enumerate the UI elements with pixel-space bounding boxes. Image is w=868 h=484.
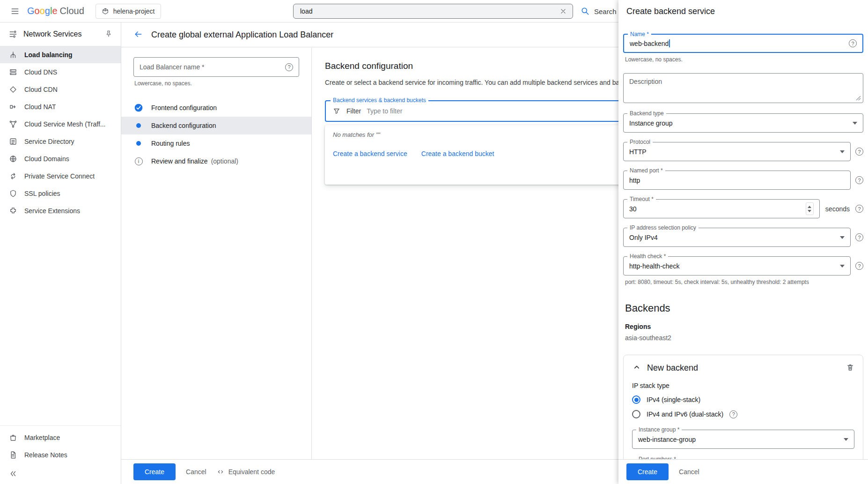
pin-button[interactable] xyxy=(105,30,112,39)
search-bar: Search xyxy=(293,4,617,19)
name-hint: Lowercase, no spaces. xyxy=(134,80,298,87)
name-help-icon[interactable] xyxy=(285,63,293,71)
delete-backend-button[interactable] xyxy=(846,363,854,373)
load-balancer-name-input[interactable] xyxy=(140,63,285,71)
health-check-select[interactable]: Health check * http-health-check xyxy=(623,256,851,276)
service-extensions-icon xyxy=(9,207,17,215)
timeout-help-icon[interactable] xyxy=(855,205,863,213)
panel-cancel-button[interactable]: Cancel xyxy=(679,468,699,476)
ip-policy-help-icon[interactable] xyxy=(855,233,863,241)
trash-icon xyxy=(846,363,854,372)
load-balancer-name-field[interactable] xyxy=(133,57,299,77)
current-step-dot-icon xyxy=(134,121,143,130)
sidebar-item-service-extensions[interactable]: Service Extensions xyxy=(0,202,121,219)
ip-stack-type-label: IP stack type xyxy=(632,382,854,389)
timeout-stepper[interactable] xyxy=(806,202,814,215)
new-backend-card: New backend IP stack type IPv4 (single-s… xyxy=(623,355,863,459)
instance-group-value: web-instance-group xyxy=(638,436,696,443)
resize-handle-icon[interactable] xyxy=(856,96,861,101)
named-port-help-icon[interactable] xyxy=(855,176,863,184)
timeout-value: 30 xyxy=(629,205,637,213)
panel-title: Create backend service xyxy=(618,0,868,22)
sidebar-item-service-directory[interactable]: Service Directory xyxy=(0,133,121,150)
cancel-button[interactable]: Cancel xyxy=(186,468,206,476)
filter-icon xyxy=(332,107,341,115)
create-backend-bucket-link[interactable]: Create a backend bucket xyxy=(421,150,494,157)
step-frontend-configuration[interactable]: Frontend configuration xyxy=(121,99,311,117)
cloud-domains-icon xyxy=(9,155,17,163)
sidebar-item-ssl-policies[interactable]: SSL policies xyxy=(0,185,121,202)
project-name: helena-project xyxy=(113,7,155,15)
health-check-hint: port: 8080, timeout: 5s, check interval:… xyxy=(625,279,863,285)
network-services-icon xyxy=(8,30,18,39)
description-field[interactable]: Description xyxy=(623,73,863,103)
timeout-unit-label: seconds xyxy=(825,205,850,213)
panel-create-button[interactable]: Create xyxy=(626,463,669,480)
health-check-help-icon[interactable] xyxy=(855,262,863,270)
info-circle-icon xyxy=(134,156,143,166)
named-port-field[interactable]: Named port * http xyxy=(623,171,851,190)
hamburger-icon xyxy=(10,7,20,16)
backend-name-field[interactable]: Name * web-backend xyxy=(623,34,863,53)
backend-name-help-icon[interactable] xyxy=(849,39,857,47)
sidebar-divider xyxy=(0,425,121,426)
new-backend-card-header: New backend xyxy=(632,363,854,373)
radio-ipv4-single-stack[interactable]: IPv4 (single-stack) xyxy=(632,395,854,404)
sidebar-spacer xyxy=(0,219,121,423)
check-circle-icon xyxy=(134,103,143,112)
collapse-card-button[interactable] xyxy=(632,363,641,373)
sidebar-item-cloud-nat[interactable]: Cloud NAT xyxy=(0,98,121,115)
sidebar-header: Network Services xyxy=(0,22,121,46)
ssl-policies-icon xyxy=(9,189,17,198)
step-routing-rules[interactable]: Routing rules xyxy=(121,134,311,152)
sidebar-item-private-service-connect[interactable]: Private Service Connect xyxy=(0,167,121,185)
dropdown-label: Backend services & backend buckets xyxy=(331,97,428,104)
search-input[interactable] xyxy=(300,7,558,15)
backend-type-select[interactable]: Backend type Instance group xyxy=(623,113,863,133)
equivalent-code-button[interactable]: Equivalent code xyxy=(217,468,275,476)
instance-group-select[interactable]: Instance group * web-instance-group xyxy=(632,430,854,449)
wizard-steps-panel: Lowercase, no spaces. Frontend configura… xyxy=(121,48,312,459)
sidebar-item-cloud-dns[interactable]: Cloud DNS xyxy=(0,63,121,81)
load-balancing-icon xyxy=(9,51,17,59)
backend-name-hint: Lowercase, no spaces. xyxy=(625,56,863,63)
search-submit-button[interactable]: Search xyxy=(581,7,617,16)
protocol-select[interactable]: Protocol HTTP xyxy=(623,142,851,161)
optional-suffix: (optional) xyxy=(211,157,238,165)
sidebar-item-release-notes[interactable]: Release Notes xyxy=(0,446,121,463)
radio-ipv4-ipv6-dual-stack[interactable]: IPv4 and IPv6 (dual-stack) xyxy=(632,410,854,418)
chevron-down-icon xyxy=(840,150,845,153)
app-root: GoogleCloud helena-project Search Networ… xyxy=(0,0,868,484)
cloud-dns-icon xyxy=(9,68,17,76)
backends-heading: Backends xyxy=(625,302,863,314)
protocol-help-icon[interactable] xyxy=(855,148,863,156)
radio-unselected-icon xyxy=(632,410,640,418)
dual-stack-help-icon[interactable] xyxy=(729,410,737,418)
ip-address-policy-select[interactable]: IP address selection policy Only IPv4 xyxy=(623,228,851,247)
chevron-up-icon xyxy=(632,363,641,372)
sidebar-item-load-balancing[interactable]: Load balancing xyxy=(0,46,121,63)
step-backend-configuration[interactable]: Backend configuration xyxy=(121,117,311,134)
sidebar-item-cloud-service-mesh[interactable]: Cloud Service Mesh (Traff... xyxy=(0,115,121,133)
service-mesh-icon xyxy=(9,120,17,128)
close-icon xyxy=(560,8,566,15)
project-picker[interactable]: helena-project xyxy=(96,4,161,19)
text-caret xyxy=(669,39,670,47)
back-button[interactable] xyxy=(133,30,143,40)
named-port-value: http xyxy=(629,177,640,184)
sidebar-item-cloud-domains[interactable]: Cloud Domains xyxy=(0,150,121,167)
sidebar-item-cloud-cdn[interactable]: Cloud CDN xyxy=(0,81,121,98)
backend-type-value: Instance group xyxy=(629,119,673,127)
timeout-field[interactable]: Timeout * 30 xyxy=(623,199,820,218)
create-backend-service-link[interactable]: Create a backend service xyxy=(333,150,407,157)
search-field[interactable] xyxy=(293,4,573,19)
sidebar: Network Services Load balancing Cloud DN… xyxy=(0,22,121,484)
create-backend-service-panel: Create backend service Name * web-backen… xyxy=(618,0,868,484)
clear-search-button[interactable] xyxy=(558,6,569,17)
collapse-sidebar-icon[interactable] xyxy=(9,469,17,478)
hamburger-menu-button[interactable] xyxy=(7,3,23,20)
create-load-balancer-button[interactable]: Create xyxy=(133,463,176,480)
sidebar-item-marketplace[interactable]: Marketplace xyxy=(0,429,121,446)
step-review-and-finalize[interactable]: Review and finalize (optional) xyxy=(121,152,311,170)
code-icon xyxy=(217,468,224,476)
